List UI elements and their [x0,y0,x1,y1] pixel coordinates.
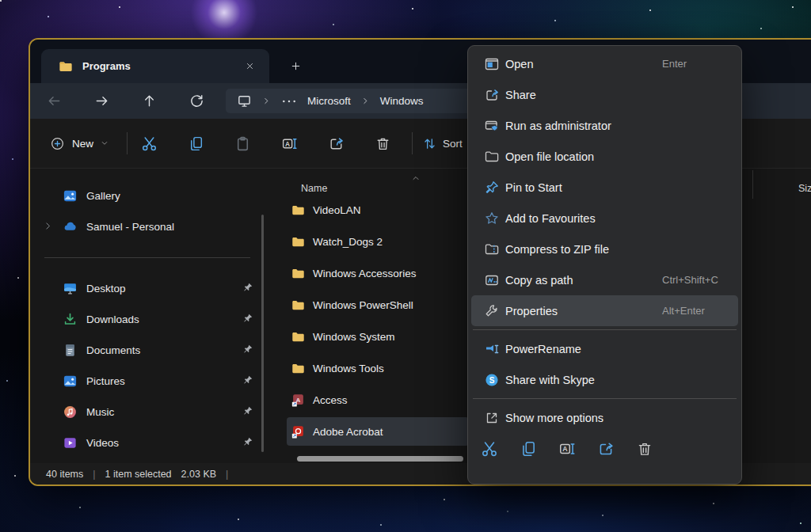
file-name: Adobe Acrobat [313,426,383,438]
plus-circle-icon [50,136,65,151]
menu-item-share-with-skype[interactable]: S Share with Skype [471,364,738,395]
menu-item-add-to-favourites[interactable]: Add to Favourites [471,203,738,234]
column-header-name[interactable]: Name [301,183,327,194]
tab-programs[interactable]: Programs [41,49,269,83]
file-name: Windows Tools [313,363,384,374]
cut-button[interactable] [134,128,164,158]
pin-icon [484,180,500,196]
rename-button[interactable]: A [558,440,576,458]
desktop: { "window": { "tab": { "label": "Program… [0,0,811,532]
selection-status: 1 item selected [105,469,172,480]
new-button[interactable]: New [42,130,116,157]
pin-icon [242,436,253,447]
share-icon [484,87,500,103]
menu-item-open[interactable]: Open Enter [471,48,738,79]
folder-icon [291,203,305,217]
menu-item-label: Compress to ZIP file [505,243,609,256]
forward-button[interactable] [87,88,116,115]
breadcrumb-item-microsoft[interactable]: Microsoft [307,95,351,107]
menu-item-powerrename[interactable]: PowerRename [471,333,738,364]
sidebar-item-desktop[interactable]: Desktop [36,273,259,304]
sort-button[interactable]: Sort [422,130,463,157]
menu-item-share[interactable]: Share [471,79,738,110]
copy-button[interactable] [181,128,211,158]
copy-button[interactable] [520,440,537,458]
new-tab-button[interactable] [285,55,306,76]
menu-item-label: Run as administrator [505,120,611,132]
menu-item-pin-to-start[interactable]: Pin to Start [471,172,738,203]
sidebar-item-label: Downloads [86,314,139,325]
column-header-size[interactable]: Size [798,183,811,194]
sidebar-item-label: Samuel - Personal [86,221,174,233]
menu-item-show-more-options[interactable]: Show more options [471,402,738,433]
svg-text:A: A [562,445,568,453]
open-icon [484,56,500,72]
sidebar-item-pictures[interactable]: Pictures [36,366,259,397]
up-button[interactable] [135,88,163,115]
sidebar-scrollbar[interactable] [261,215,264,452]
sidebar-item-label: Videos [86,437,119,449]
back-button[interactable] [40,88,68,115]
tab-label: Programs [82,60,230,72]
new-button-label: New [72,138,93,150]
sidebar-item-onedrive[interactable]: Samuel - Personal [36,211,259,242]
folder-outline-icon [484,149,500,165]
copy-as-path-icon [484,272,500,288]
pin-icon [242,405,253,416]
svg-text:A: A [285,139,290,147]
folder-icon [59,59,73,74]
this-pc-icon[interactable] [237,93,252,108]
folder-icon [291,298,305,312]
pin-icon [242,374,253,386]
chevron-right-icon[interactable] [43,221,53,231]
breadcrumb-overflow-icon[interactable] [281,97,297,105]
share-button[interactable] [597,440,615,458]
menu-item-properties[interactable]: Properties Alt+Enter [471,295,738,326]
file-name: VideoLAN [313,204,361,216]
sidebar-item-label: Music [86,406,114,418]
menu-item-label: PowerRename [505,343,581,355]
context-menu: Open Enter Share Run as administrator Op… [467,45,742,484]
menu-item-shortcut: Alt+Enter [662,305,705,317]
sidebar-item-videos[interactable]: Videos [36,428,259,458]
access-shortcut-icon: A [291,393,305,407]
onedrive-icon [63,219,78,234]
file-name: Watch_Dogs 2 [313,236,383,248]
menu-separator [473,329,737,330]
sort-arrows-icon [422,136,437,151]
rename-button[interactable]: A [274,128,304,158]
menu-item-label: Properties [505,305,558,317]
powerrename-icon [484,341,500,357]
horizontal-scrollbar[interactable] [297,456,463,462]
sidebar-item-downloads[interactable]: Downloads [36,304,259,335]
zip-folder-icon [484,241,500,257]
pictures-icon [63,374,78,389]
menu-item-compress-to-zip[interactable]: Compress to ZIP file [471,234,738,264]
paste-button[interactable] [227,128,257,158]
status-divider: | [226,469,228,480]
sidebar-item-gallery[interactable]: Gallery [36,180,259,211]
share-button[interactable] [321,128,351,158]
close-tab-icon[interactable] [239,56,260,77]
toolbar-separator [412,132,413,154]
delete-button[interactable] [367,128,398,158]
refresh-button[interactable] [182,88,211,115]
selection-size: 2.03 KB [181,469,216,480]
acrobat-shortcut-icon [291,425,305,439]
menu-item-copy-as-path[interactable]: Copy as path Ctrl+Shift+C [471,264,738,295]
menu-item-label: Show more options [505,412,603,424]
sidebar-item-music[interactable]: Music [36,397,259,428]
menu-item-run-as-administrator[interactable]: Run as administrator [471,110,738,141]
file-name: Windows Accessories [313,268,417,279]
breadcrumb-item-windows[interactable]: Windows [380,95,424,107]
downloads-icon [63,312,78,327]
sidebar-item-label: Pictures [86,375,125,387]
delete-button[interactable] [636,440,653,458]
address-bar[interactable]: Microsoft Windows [226,89,489,113]
menu-item-label: Add to Favourites [505,212,596,225]
menu-item-open-file-location[interactable]: Open file location [471,141,738,172]
show-more-icon [484,410,500,426]
videos-icon [63,435,78,450]
sidebar-item-documents[interactable]: Documents [36,335,259,366]
cut-button[interactable] [481,440,498,458]
